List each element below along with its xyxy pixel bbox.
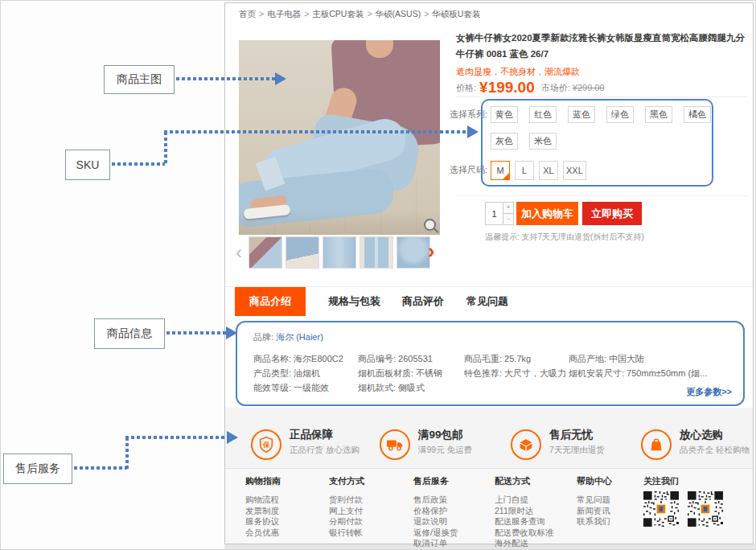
- service-free-shipping: 满99包邮 满99元 免运费: [380, 429, 472, 460]
- size-chip-xxl[interactable]: XXL: [563, 161, 586, 180]
- thumbnail-prev-icon[interactable]: ‹: [236, 241, 242, 264]
- thumbnail-4[interactable]: [360, 236, 393, 269]
- footer-link[interactable]: 网上支付: [329, 506, 364, 517]
- quantity-input[interactable]: [485, 202, 503, 225]
- tab-spec-packaging[interactable]: 规格与包装: [328, 287, 380, 316]
- product-main-image[interactable]: [239, 40, 440, 235]
- footer-link[interactable]: 211限时达: [495, 506, 554, 517]
- series-chip-blue[interactable]: 蓝色: [568, 106, 595, 123]
- footer-link[interactable]: 售后政策: [413, 495, 458, 506]
- shopping-bag-icon: [641, 429, 672, 460]
- spec-item: 商品名称: 海尔E800C2: [253, 351, 355, 366]
- spec-item: 烟机安装尺寸: 750mm±50mm (烟...: [569, 366, 738, 380]
- service-authentic: 保 正品保障 正品行货 放心选购: [251, 429, 360, 460]
- footer-link[interactable]: 分期付款: [329, 516, 364, 527]
- service-subtitle: 品类齐全 轻松购物: [680, 445, 750, 456]
- footer-link[interactable]: 发票制度: [245, 506, 281, 517]
- footer-link[interactable]: 会员优惠: [245, 527, 281, 539]
- service-title: 正品保障: [290, 429, 360, 441]
- size-chip-l[interactable]: L: [515, 161, 534, 180]
- quantity-increase-icon[interactable]: +: [503, 202, 514, 214]
- service-title: 放心选购: [680, 429, 750, 441]
- thumbnail-5[interactable]: [396, 236, 430, 269]
- thumbnail-2[interactable]: [286, 236, 319, 269]
- footer-col-follow-us: 关注我们: [643, 475, 679, 487]
- series-chip-beige[interactable]: 米色: [529, 133, 557, 150]
- breadcrumb-link-category[interactable]: 电子电器: [267, 9, 301, 18]
- thumbnail-3[interactable]: [323, 236, 356, 269]
- footer-link[interactable]: 配送费收取标准: [495, 527, 554, 539]
- breadcrumb-link-home[interactable]: 首页: [239, 9, 256, 18]
- footer-link[interactable]: 配送服务查询: [495, 516, 554, 527]
- quantity-decrease-icon[interactable]: -: [503, 214, 514, 226]
- annotation-label-product-info: 商品信息: [94, 318, 165, 349]
- more-params-link[interactable]: 更多参数>>: [686, 386, 732, 398]
- product-page-panel: 首页>电子电器>主板CPU套装>华硕(ASUS)>华硕板U套装 ‹ ›: [224, 2, 754, 544]
- breadcrumb-link-subcategory[interactable]: 主板CPU套装: [312, 9, 364, 18]
- series-chip-yellow[interactable]: 黄色: [491, 106, 518, 123]
- tab-faq[interactable]: 常见问题: [466, 287, 508, 316]
- add-to-cart-button[interactable]: 加入购物车: [516, 202, 578, 225]
- annotation-connector: [166, 331, 226, 335]
- truck-icon: [380, 429, 410, 460]
- breadcrumb: 首页>电子电器>主板CPU套装>华硕(ASUS)>华硕板U套装: [239, 9, 480, 20]
- series-chip-black[interactable]: 黑色: [645, 106, 672, 123]
- footer-link[interactable]: 取消订单: [413, 538, 458, 549]
- annotation-label-sku: SKU: [65, 150, 110, 180]
- buy-now-button[interactable]: 立即购买: [582, 202, 642, 225]
- annotation-label-after-sales: 售后服务: [3, 454, 72, 484]
- thumbnail-1[interactable]: [249, 236, 282, 269]
- footer-link[interactable]: 购物流程: [245, 495, 281, 506]
- breadcrumb-separator: >: [367, 9, 372, 18]
- annotation-label-main-image: 商品主图: [104, 65, 175, 94]
- series-chip-orange[interactable]: 橘色: [684, 106, 711, 123]
- breadcrumb-link-brand[interactable]: 华硕(ASUS): [376, 9, 421, 18]
- spec-item: 烟机款式: 侧吸式: [358, 380, 461, 395]
- market-price-value: ¥299.00: [573, 83, 605, 92]
- size-chip-m-selected[interactable]: M: [491, 161, 510, 180]
- product-info-annotation-box: 品牌: 海尔 (Haier) 商品名称: 海尔E800C2 产品类型: 油烟机 …: [236, 321, 745, 406]
- annotation-arrowhead-icon: [226, 326, 237, 339]
- zoom-lens-icon[interactable]: [424, 219, 436, 231]
- returns-box-icon: [511, 429, 541, 460]
- annotation-arrowhead-icon: [227, 431, 238, 444]
- annotation-connector: [164, 130, 467, 133]
- size-chip-xl[interactable]: XL: [539, 161, 558, 180]
- detail-tabbar: 商品介绍 规格与包装 商品评价 常见问题: [225, 286, 753, 315]
- footer-link[interactable]: 退款说明: [413, 516, 458, 527]
- footer-link[interactable]: 服务协议: [245, 516, 281, 527]
- tab-reviews[interactable]: 商品评价: [402, 287, 444, 316]
- annotation-arrowhead-icon: [467, 125, 479, 138]
- brand-label: 品牌:: [253, 332, 273, 342]
- service-after-sales: 售后无忧 7天无理由退货: [511, 429, 605, 460]
- panel-bottom-shadow: [224, 544, 756, 550]
- tab-product-intro[interactable]: 商品介绍: [235, 287, 306, 316]
- annotated-screenshot-canvas: 首页>电子电器>主板CPU套装>华硕(ASUS)>华硕板U套装 ‹ ›: [0, 0, 756, 550]
- shield-badge-icon: 保: [251, 429, 281, 460]
- footer-col-title: 支付方式: [329, 475, 364, 487]
- footer-link[interactable]: 货到付款: [329, 495, 364, 506]
- spec-item: 商品编号: 2605531: [358, 351, 461, 366]
- footer-link[interactable]: 新闻资讯: [577, 506, 612, 517]
- weibo-qr-code: [688, 491, 723, 527]
- wechat-qr-code: [643, 491, 679, 527]
- series-chip-gray[interactable]: 灰色: [491, 133, 518, 150]
- product-promo-text: 遮肉显瘦，不挑身材，潮流爆款: [456, 66, 580, 78]
- thumbnail-next-icon[interactable]: ›: [428, 240, 435, 262]
- footer-link[interactable]: 价格保护: [413, 506, 458, 517]
- brand-link[interactable]: 海尔 (Haier): [276, 332, 323, 342]
- footer-link[interactable]: 联系我们: [577, 516, 612, 527]
- spec-column-4: 商品产地: 中国大陆 烟机安装尺寸: 750mm±50mm (烟...: [569, 351, 738, 380]
- footer-link[interactable]: 返修/退换货: [413, 527, 458, 539]
- spec-item: 商品产地: 中国大陆: [569, 351, 738, 366]
- series-chip-red[interactable]: 红色: [529, 106, 557, 123]
- annotation-arrowhead-icon: [275, 72, 286, 85]
- footer-link[interactable]: 海外配送: [495, 538, 554, 549]
- footer-col-title: 售后服务: [413, 475, 458, 487]
- breadcrumb-current: 华硕板U套装: [432, 9, 480, 18]
- footer-link[interactable]: 银行转帐: [329, 527, 364, 539]
- footer-link[interactable]: 常见问题: [577, 495, 612, 506]
- footer-col-after-sales: 售后服务 售后政策 价格保护 退款说明 返修/退换货 取消订单: [413, 475, 458, 549]
- series-chip-green[interactable]: 绿色: [606, 106, 634, 123]
- footer-link[interactable]: 上门自提: [495, 495, 554, 506]
